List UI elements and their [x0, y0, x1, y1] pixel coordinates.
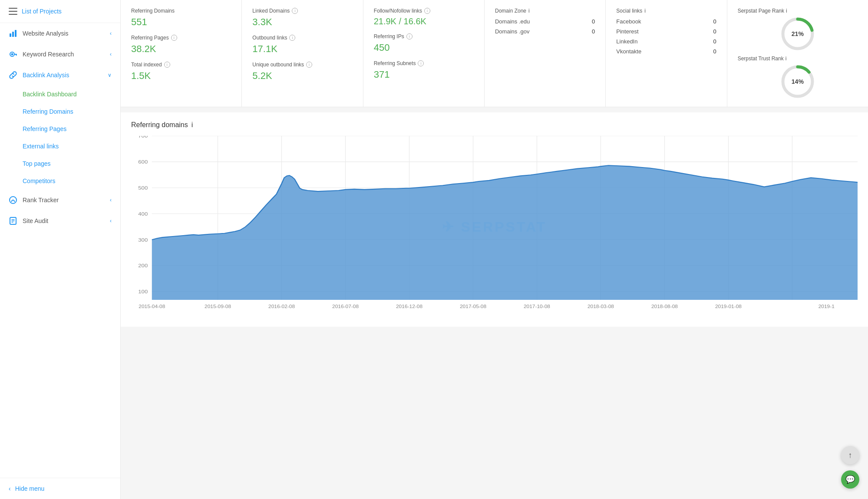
referring-pages-info[interactable]: i: [171, 35, 177, 41]
pinterest-count: 0: [713, 28, 716, 35]
svg-text:2017-10-08: 2017-10-08: [524, 304, 550, 309]
sidebar-item-competitors[interactable]: Competitors: [0, 172, 120, 190]
svg-rect-5: [14, 54, 17, 55]
page-rank-value: 21%: [792, 30, 804, 37]
sidebar-item-referring-pages[interactable]: Referring Pages: [0, 120, 120, 138]
chart-title-info[interactable]: i: [191, 121, 193, 129]
hide-menu-label: Hide menu: [15, 485, 45, 492]
follow-nofollow-label: Follow/Nofollow links i: [374, 8, 474, 14]
domain-edu-label: Domains .edu: [495, 18, 530, 25]
sidebar-item-top-pages[interactable]: Top pages: [0, 155, 120, 172]
chat-button[interactable]: 💬: [841, 470, 859, 489]
svg-text:2015-04-08: 2015-04-08: [139, 304, 165, 309]
svg-text:100: 100: [138, 289, 148, 295]
linked-domains-label: Linked Domains i: [252, 8, 352, 14]
list-of-projects-link[interactable]: List of Projects: [22, 8, 62, 15]
referring-subnets-label: Referring Subnets i: [374, 60, 474, 66]
sidebar-item-external-links[interactable]: External links: [0, 138, 120, 155]
sidebar-item-referring-domains[interactable]: Referring Domains: [0, 103, 120, 120]
sidebar-item-site-audit[interactable]: Site Audit ‹: [0, 210, 120, 231]
unique-outbound-value: 5.2K: [252, 70, 352, 82]
pinterest-label: Pinterest: [616, 28, 638, 35]
svg-text:2015-09-08: 2015-09-08: [205, 304, 231, 309]
website-analysis-chevron: ‹: [110, 30, 112, 36]
backlink-analysis-label: Backlink Analysis: [23, 72, 102, 79]
referring-subnets-info[interactable]: i: [418, 60, 424, 66]
backlink-submenu: Backlink Dashboard Referring Domains Ref…: [0, 85, 120, 190]
page-rank-circle: 21%: [780, 16, 815, 51]
svg-rect-6: [16, 55, 17, 56]
linked-domains-value: 3.3K: [252, 16, 352, 28]
trust-rank-value: 14%: [792, 78, 804, 85]
keyword-research-label: Keyword Research: [23, 51, 105, 58]
total-indexed-label: Total indexed i: [131, 62, 231, 68]
svg-text:2017-05-08: 2017-05-08: [460, 304, 486, 309]
svg-text:600: 600: [138, 159, 148, 165]
sidebar-header: List of Projects: [0, 0, 120, 23]
facebook-count: 0: [713, 18, 716, 25]
facebook-label: Facebook: [616, 18, 641, 25]
chart-section: Referring domains i ✈ SERPSTAT 700 600 5…: [121, 112, 868, 327]
sidebar-item-keyword-research[interactable]: Keyword Research ‹: [0, 44, 120, 65]
svg-text:2016-07-08: 2016-07-08: [332, 304, 359, 309]
trust-rank-info[interactable]: i: [785, 56, 787, 62]
svg-rect-2: [15, 30, 17, 37]
svg-text:700: 700: [138, 136, 148, 139]
linkedin-count: 0: [713, 38, 716, 45]
referring-domains-label: Referring Domains: [131, 8, 231, 14]
sidebar-item-rank-tracker[interactable]: Rank Tracker ‹: [0, 190, 120, 210]
domain-gov-label: Domains .gov: [495, 28, 529, 35]
total-indexed-value: 1.5K: [131, 70, 231, 82]
hide-menu-button[interactable]: ‹ Hide menu: [0, 478, 120, 499]
unique-outbound-info[interactable]: i: [306, 62, 312, 68]
sidebar-item-backlink-analysis[interactable]: Backlink Analysis ∨: [0, 65, 120, 85]
sidebar-item-website-analysis[interactable]: Website Analysis ‹: [0, 23, 120, 44]
svg-text:2019-1: 2019-1: [818, 304, 835, 309]
audit-icon: [9, 217, 17, 225]
pinterest-row: Pinterest 0: [616, 28, 716, 35]
vkontakte-count: 0: [713, 48, 716, 55]
scroll-top-button[interactable]: ↑: [841, 446, 859, 464]
domain-zone-info[interactable]: i: [528, 8, 530, 14]
key-icon: [9, 50, 17, 59]
stats-row: Referring Domains 551 Referring Pages i …: [121, 0, 868, 107]
domain-gov-row: Domains .gov 0: [495, 28, 595, 35]
serpstat-page-rank-section: Serpstat Page Rank i 21%: [738, 8, 858, 51]
linked-domains-info[interactable]: i: [292, 8, 298, 14]
referring-domains-value: 551: [131, 16, 231, 28]
domain-zone-title: Domain Zone i: [495, 8, 595, 14]
svg-text:300: 300: [138, 237, 148, 243]
trust-rank-circle: 14%: [780, 64, 815, 99]
rank-tracker-chevron: ‹: [110, 197, 112, 203]
vkontakte-row: Vkontakte 0: [616, 48, 716, 55]
social-links-info[interactable]: i: [644, 8, 646, 14]
referring-ips-value: 450: [374, 42, 474, 53]
hamburger-menu-icon[interactable]: [9, 8, 17, 15]
sidebar-item-backlink-dashboard[interactable]: Backlink Dashboard: [0, 85, 120, 103]
follow-nofollow-info[interactable]: i: [424, 8, 430, 14]
outbound-links-info[interactable]: i: [289, 35, 295, 41]
link-icon: [9, 71, 17, 79]
referring-ips-info[interactable]: i: [406, 33, 413, 39]
svg-rect-0: [10, 33, 11, 37]
referring-subnets-value: 371: [374, 69, 474, 80]
keyword-research-chevron: ‹: [110, 51, 112, 57]
domain-edu-row: Domains .edu 0: [495, 18, 595, 25]
sidebar: List of Projects Website Analysis ‹ Keyw…: [0, 0, 121, 499]
svg-text:500: 500: [138, 185, 148, 191]
total-indexed-info[interactable]: i: [164, 62, 170, 68]
site-audit-label: Site Audit: [23, 217, 105, 224]
rank-tracker-label: Rank Tracker: [23, 197, 105, 204]
vkontakte-label: Vkontakte: [616, 48, 641, 55]
svg-text:2018-03-08: 2018-03-08: [587, 304, 614, 309]
rank-cards-section: Serpstat Page Rank i 21% Serpsta: [727, 0, 868, 107]
svg-text:2016-12-08: 2016-12-08: [396, 304, 422, 309]
page-rank-info[interactable]: i: [786, 8, 787, 14]
chat-icon: 💬: [845, 475, 855, 484]
chart-wrapper: ✈ SERPSTAT 700 600 500 400 300 200 100: [131, 136, 858, 318]
social-links-title: Social links i: [616, 8, 716, 14]
social-links-card: Social links i Facebook 0 Pinterest 0 Li…: [606, 0, 727, 107]
follow-nofollow-value: 21.9K / 16.6K: [374, 16, 474, 26]
svg-text:2018-08-08: 2018-08-08: [651, 304, 678, 309]
trust-rank-title: Serpstat Trust Rank i: [738, 56, 858, 62]
